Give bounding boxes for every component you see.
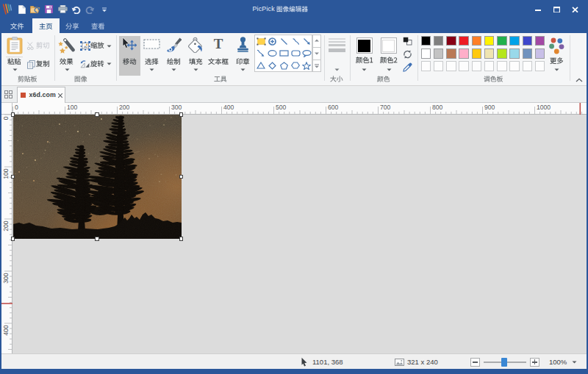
svg-text:500: 500 — [276, 104, 287, 111]
svg-text:400: 400 — [2, 325, 10, 336]
svg-text:200: 200 — [2, 220, 10, 231]
svg-text:300: 300 — [171, 104, 182, 111]
svg-text:900: 900 — [484, 104, 495, 111]
svg-text:0: 0 — [15, 104, 18, 111]
svg-text:100: 100 — [2, 168, 10, 179]
svg-text:800: 800 — [432, 104, 443, 111]
svg-text:200: 200 — [119, 104, 130, 111]
svg-text:1000: 1000 — [537, 104, 551, 111]
svg-text:100: 100 — [67, 104, 78, 111]
svg-text:400: 400 — [223, 104, 234, 111]
svg-text:600: 600 — [328, 104, 339, 111]
svg-text:300: 300 — [2, 273, 10, 284]
svg-text:700: 700 — [380, 104, 391, 111]
svg-text:0: 0 — [2, 116, 10, 120]
